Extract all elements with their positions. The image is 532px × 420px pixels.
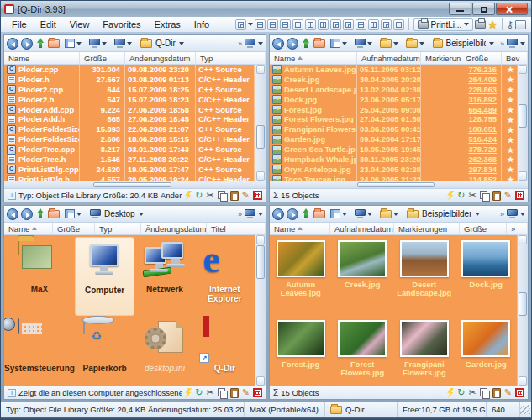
desktop-item-computer[interactable]: Computer	[75, 237, 134, 316]
column-title[interactable]: Titel	[207, 223, 266, 234]
layout-button[interactable]	[318, 19, 329, 30]
thumbnail-item[interactable]: Frangipani Flowers.jpg	[393, 320, 456, 386]
scroll-thumb[interactable]	[519, 292, 527, 316]
edit-pencil-icon[interactable]: ✎	[242, 388, 250, 397]
qdir-logo-icon[interactable]	[253, 388, 262, 397]
menu-edit[interactable]: Edit	[34, 18, 62, 31]
address-bar[interactable]: Beispielbilder	[429, 39, 498, 48]
desktop-item-desktop-ini[interactable]: desktop.ini	[134, 316, 194, 386]
paste-icon[interactable]	[230, 191, 239, 201]
view-mode-button[interactable]	[62, 37, 84, 50]
address-bar[interactable]: Q-Dir	[137, 39, 235, 48]
desktop-item-max[interactable]: MaX	[4, 237, 75, 316]
goto-bolt-icon[interactable]	[446, 191, 454, 201]
forward-button[interactable]	[287, 208, 298, 220]
layout-button[interactable]	[305, 19, 316, 30]
pane-target-icon[interactable]	[507, 39, 518, 48]
scroll-thumb[interactable]	[357, 182, 435, 187]
column-name[interactable]: Name	[4, 52, 80, 64]
thumbnail-item[interactable]: Autumn Leaves.jpg	[270, 240, 332, 320]
column-type[interactable]: Typ	[95, 223, 141, 234]
layout-button[interactable]	[330, 19, 341, 30]
status-current-folder[interactable]: Q-Dir	[325, 402, 398, 417]
close-button[interactable]	[496, 3, 528, 15]
menu-extras[interactable]: Extras	[149, 18, 187, 31]
table-row[interactable]: Desert Landscape.jpg13.02.2004 02:30228.…	[270, 85, 517, 95]
layout-button[interactable]	[292, 19, 303, 30]
expand-chevron-icon[interactable]: »	[238, 210, 242, 218]
layout-button[interactable]	[255, 19, 266, 30]
up-button[interactable]	[35, 38, 45, 49]
scroll-down-icon[interactable]	[256, 376, 265, 386]
table-row[interactable]: PrintListDlg.h4.55720.05.2009 19:24C/C++…	[4, 175, 255, 181]
desktop-item-systemsteuerung[interactable]: Systemsteuerung	[4, 316, 75, 386]
paste-icon[interactable]	[492, 388, 501, 398]
paste-icon[interactable]	[230, 388, 239, 398]
scroll-thumb[interactable]	[519, 104, 527, 128]
maximize-button[interactable]	[472, 3, 495, 15]
pane-target-icon[interactable]	[245, 209, 255, 218]
special-folder-dropdown[interactable]	[403, 38, 427, 50]
vertical-scrollbar[interactable]	[255, 65, 266, 181]
expand-chevron-icon[interactable]: »	[500, 39, 504, 48]
up-button[interactable]	[301, 208, 311, 219]
folder-dropdown[interactable]	[377, 208, 401, 220]
column-name[interactable]: Name	[4, 223, 53, 234]
goto-bolt-icon[interactable]	[446, 388, 454, 398]
edit-pencil-icon[interactable]: ✎	[242, 191, 250, 200]
table-row[interactable]: Dock.jpg23.06.2005 05:17316.892★	[270, 95, 517, 105]
table-row[interactable]: Humpback Whale.jpg30.11.2005 23:20262.36…	[270, 155, 517, 165]
desktop-item-papierkorb[interactable]: Papierkorb	[75, 316, 134, 386]
view-mode-button[interactable]	[328, 37, 350, 50]
column-size[interactable]: Größe	[80, 52, 125, 64]
table-row[interactable]: Autumn Leaves.jpg05.11.2005 03:12776.216…	[270, 65, 517, 75]
scroll-up-icon[interactable]	[256, 65, 265, 74]
layout-quad-button[interactable]	[235, 19, 246, 30]
view-mode-button[interactable]	[62, 207, 84, 220]
table-row[interactable]: Forest Flowers.jpg27.04.2005 01:50128.75…	[270, 114, 517, 124]
table-row[interactable]: Ploder.h27.66703.08.2009 01:13C/C++ Head…	[4, 75, 255, 85]
print-list-button[interactable]: PrintLi...	[413, 18, 474, 31]
copy-icon[interactable]	[218, 191, 227, 200]
folder-tools-icon[interactable]	[48, 39, 60, 48]
horizontal-scrollbar[interactable]	[270, 181, 528, 188]
copy-icon[interactable]	[480, 388, 489, 397]
layout-button[interactable]	[267, 19, 278, 30]
vertical-scrollbar[interactable]	[517, 235, 528, 386]
folder-tools-icon[interactable]	[313, 210, 325, 218]
desktop-item-netzwerk[interactable]: Netzwerk	[134, 237, 194, 316]
column-name[interactable]: Name	[270, 52, 357, 64]
thumbnail-item[interactable]: Creek.jpg	[332, 240, 394, 320]
qdir-logo-icon[interactable]	[253, 191, 262, 200]
vertical-scrollbar[interactable]	[255, 235, 266, 386]
table-row[interactable]: PloderFolderSize.h2.60618.06.2009 15:15C…	[4, 134, 255, 144]
up-button[interactable]	[301, 38, 311, 49]
column-size[interactable]: Größe	[460, 223, 507, 234]
qdir-logo-icon[interactable]	[515, 388, 524, 397]
refresh-icon[interactable]: ↻	[195, 388, 203, 397]
folder-tools-icon[interactable]	[48, 210, 60, 218]
chevron-down-icon[interactable]	[520, 42, 525, 45]
computer-dropdown[interactable]	[352, 37, 375, 50]
menu-info[interactable]: Info	[188, 18, 215, 31]
goto-bolt-icon[interactable]	[184, 191, 192, 201]
table-row[interactable]: PloderAdd.h86527.06.2009 18:45C/C++ Head…	[4, 114, 255, 124]
desktop-item-internet-explorer[interactable]: e Internet Explorer	[195, 237, 255, 316]
table-row[interactable]: Green Sea Turtle.jpg10.05.2005 19:45378.…	[270, 144, 517, 155]
column-name[interactable]: Name	[270, 223, 330, 234]
network-dropdown[interactable]	[112, 37, 134, 50]
refresh-icon[interactable]: ↻	[457, 191, 465, 200]
column-size[interactable]: Größe	[461, 52, 502, 64]
column-size[interactable]: Größe	[53, 223, 95, 234]
thumbnail-item[interactable]: Desert Landscape.jpg	[393, 240, 456, 320]
scroll-up-icon[interactable]	[519, 65, 527, 74]
forward-button[interactable]	[21, 38, 33, 50]
address-bar[interactable]: Beispielbilder	[403, 209, 498, 218]
desktop-item-qdir[interactable]: ➚ Q-Dir	[195, 316, 255, 386]
layout-button[interactable]	[356, 19, 366, 30]
view-mode-button[interactable]	[328, 207, 350, 220]
chevron-down-icon[interactable]	[258, 213, 263, 216]
expand-chevron-icon[interactable]: »	[238, 39, 242, 48]
refresh-icon[interactable]: ↻	[457, 388, 465, 397]
table-row[interactable]: PloderFolderSize.cpp15.89322.06.2009 21:…	[4, 124, 255, 134]
